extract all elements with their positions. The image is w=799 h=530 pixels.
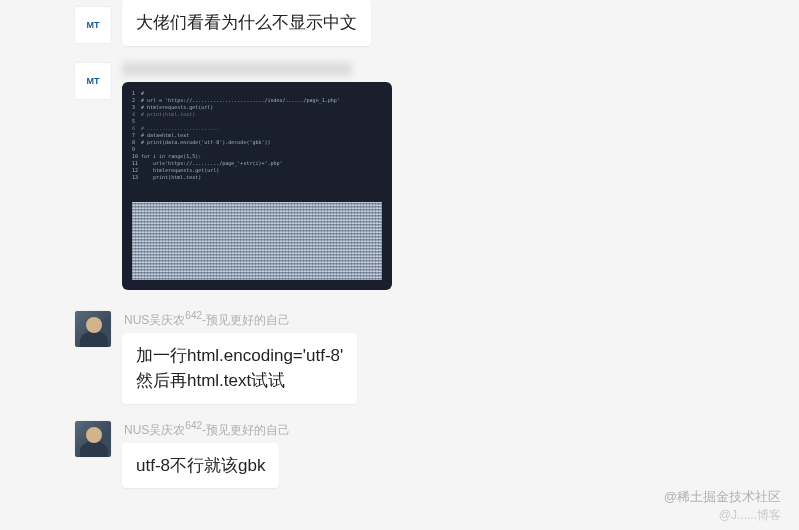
avatar-text: MT [87,76,100,86]
image-bubble[interactable]: 1 # 2 # url = 'https://.................… [122,82,392,290]
watermark-secondary: @J......博客 [719,507,781,524]
code-screenshot: 1 # 2 # url = 'https://.................… [122,82,392,290]
chat-container: MT 大佬们看看为什么不显示中文 MT 1 # 2 # url = 'https… [0,0,799,498]
message-text: 加一行html.encoding='utf-8' 然后再html.text试试 [136,346,343,391]
redacted-bar [122,62,352,76]
message-row: MT 1 # 2 # url = 'https://..............… [0,56,799,304]
message-text: utf-8不行就该gbk [136,456,265,475]
message-content: 大佬们看看为什么不显示中文 [122,0,371,46]
nickname[interactable]: NUS吴庆农642-预见更好的自己 [122,420,290,439]
avatar-photo[interactable] [74,420,112,458]
text-bubble[interactable]: utf-8不行就该gbk [122,443,279,489]
nickname[interactable]: NUS吴庆农642-预见更好的自己 [122,310,357,329]
text-bubble[interactable]: 大佬们看看为什么不显示中文 [122,0,371,46]
message-content: NUS吴庆农642-预见更好的自己 加一行html.encoding='utf-… [122,310,357,404]
message-row: MT 大佬们看看为什么不显示中文 [0,0,799,56]
message-row: NUS吴庆农642-预见更好的自己 utf-8不行就该gbk [0,414,799,499]
watermark-primary: @稀土掘金技术社区 [664,488,781,506]
text-bubble[interactable]: 加一行html.encoding='utf-8' 然后再html.text试试 [122,333,357,404]
avatar-text: MT [87,20,100,30]
avatar-logo[interactable]: MT [74,6,112,44]
avatar-logo[interactable]: MT [74,62,112,100]
avatar-photo[interactable] [74,310,112,348]
message-row: NUS吴庆农642-预见更好的自己 加一行html.encoding='utf-… [0,304,799,414]
message-text: 大佬们看看为什么不显示中文 [136,13,357,32]
message-content: 1 # 2 # url = 'https://.................… [122,62,392,294]
message-content: NUS吴庆农642-预见更好的自己 utf-8不行就该gbk [122,420,290,489]
garbled-output [132,202,382,280]
